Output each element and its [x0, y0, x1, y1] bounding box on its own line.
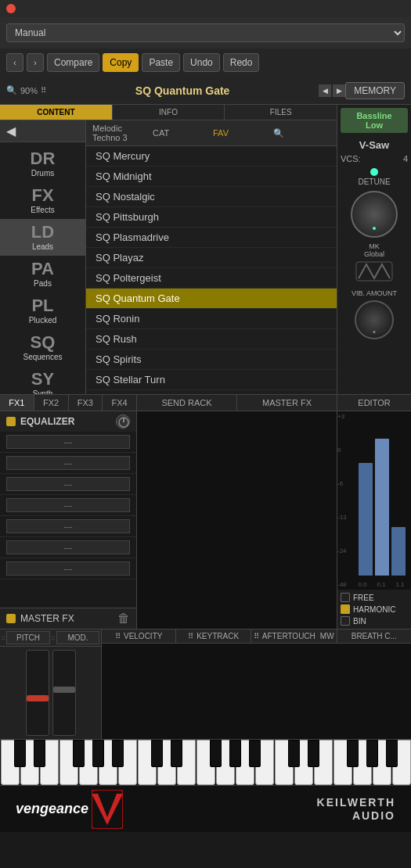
list-item[interactable]: SQ Pittsburgh	[86, 207, 337, 228]
piano-black-key[interactable]	[92, 740, 104, 767]
list-item[interactable]: SQ Poltergeist	[86, 268, 337, 289]
paste-button[interactable]: Paste	[142, 53, 180, 72]
undo-button[interactable]: Undo	[183, 53, 220, 72]
subcategory-name: Melodic Techno 3	[92, 124, 150, 142]
piano-black-key[interactable]	[308, 740, 319, 767]
master-fx-label: MASTER FX	[20, 613, 113, 624]
vib-amount-knob[interactable]	[355, 300, 394, 339]
fx4-tab[interactable]: FX4	[103, 395, 136, 411]
piano-black-key[interactable]	[249, 740, 261, 767]
free-option[interactable]: FREE	[341, 593, 408, 602]
memory-button[interactable]: MEMORY	[345, 82, 405, 99]
copy-button[interactable]: Copy	[103, 53, 139, 72]
piano-black-key[interactable]	[288, 740, 300, 767]
bar-2[interactable]	[375, 439, 389, 576]
category-sequences[interactable]: SQ Sequences	[0, 329, 85, 366]
piano-black-key[interactable]	[210, 740, 222, 767]
bars-container	[343, 414, 406, 586]
vel-icon: ⠿	[115, 632, 121, 640]
piano-black-key[interactable]	[347, 740, 359, 767]
knob-indicator	[373, 227, 376, 230]
prev-preset-button[interactable]: ◀	[319, 84, 331, 97]
piano-black-key[interactable]	[171, 740, 182, 767]
pitch-slider[interactable]	[26, 650, 49, 736]
bin-option[interactable]: BIN	[341, 616, 408, 626]
main-area: CONTENT INFO FILES ◀ DR Drums FX Effects	[0, 105, 411, 394]
search-icon[interactable]: 🔍	[273, 128, 330, 138]
list-item[interactable]: SQ Stellar Turn	[86, 370, 337, 390]
piano-black-key[interactable]	[14, 740, 26, 767]
tab-content[interactable]: CONTENT	[0, 105, 113, 120]
piano-black-key[interactable]	[73, 740, 85, 767]
piano-black-key[interactable]	[386, 740, 398, 767]
list-item[interactable]: SQ Mercury	[86, 146, 337, 167]
band-3-button[interactable]: ---	[6, 477, 130, 491]
bar-3[interactable]	[391, 527, 406, 576]
preset-selector[interactable]: Manual	[6, 23, 405, 42]
list-item-selected[interactable]: SQ Quantum Gate	[86, 289, 337, 309]
mw-label: MW	[320, 632, 334, 640]
fx-active-indicator	[6, 417, 16, 426]
piano-black-key[interactable]	[34, 740, 45, 767]
toolbar: Manual	[0, 17, 411, 48]
fx3-tab[interactable]: FX3	[69, 395, 103, 411]
list-item[interactable]: SQ Rush	[86, 329, 337, 350]
band-5-button[interactable]: ---	[6, 519, 130, 533]
category-drums[interactable]: DR Drums	[0, 145, 85, 182]
tab-bar: CONTENT INFO FILES	[0, 105, 337, 120]
band-2-button[interactable]: ---	[6, 456, 130, 470]
piano-black-key[interactable]	[112, 740, 124, 767]
category-synth[interactable]: SY Synth	[0, 366, 85, 394]
close-button[interactable]	[6, 4, 16, 13]
category-pads[interactable]: PA Pads	[0, 256, 85, 292]
category-leads[interactable]: LD Leads	[0, 219, 85, 256]
fx1-tab[interactable]: FX1	[0, 395, 34, 411]
editor-label: EDITOR	[337, 395, 411, 411]
bin-checkbox[interactable]	[341, 616, 350, 626]
list-item[interactable]: SQ Playaz	[86, 248, 337, 268]
list-item[interactable]: SQ Plasmadrive	[86, 228, 337, 248]
bar-1[interactable]	[359, 463, 373, 576]
cat-filter[interactable]: CAT	[153, 128, 210, 138]
mod-slider[interactable]	[52, 650, 76, 736]
category-plucked[interactable]: PL Plucked	[0, 292, 85, 329]
fav-filter[interactable]: FAV	[213, 128, 270, 138]
piano-black-key[interactable]	[366, 740, 378, 767]
category-effects[interactable]: FX Effects	[0, 182, 85, 219]
piano-black-key[interactable]	[151, 740, 163, 767]
band-1-button[interactable]: ---	[6, 435, 130, 449]
list-item[interactable]: SQ Nostalgic	[86, 187, 337, 207]
fx-band-3: ---	[0, 474, 136, 495]
delete-fx-button[interactable]: 🗑	[117, 612, 130, 626]
band-6-button[interactable]: ---	[6, 540, 130, 554]
send-rack-tab[interactable]: SEND RACK	[137, 395, 237, 411]
piano-black-key[interactable]	[229, 740, 241, 767]
list-item[interactable]: SQ Ronin	[86, 309, 337, 329]
next-preset-button[interactable]: ▶	[333, 84, 345, 97]
tab-files[interactable]: FILES	[225, 105, 337, 120]
fx2-tab[interactable]: FX2	[34, 395, 69, 411]
master-fx-tab[interactable]: MASTER FX	[237, 395, 337, 411]
band-7-button[interactable]: ---	[6, 561, 130, 576]
piano-section: :: PITCH :: MOD. ⠿	[0, 629, 411, 785]
back-button[interactable]: ‹	[6, 53, 23, 72]
list-item[interactable]: SQ Midnight	[86, 167, 337, 187]
tab-info[interactable]: INFO	[113, 105, 225, 120]
detune-knob[interactable]	[351, 191, 398, 238]
back-category-button[interactable]: ◀	[0, 120, 85, 142]
free-checkbox[interactable]	[341, 593, 350, 602]
editor-chart: +3 0 -6 -13 -24 -48 0.0 0.1 1.1	[337, 411, 411, 590]
redo-button[interactable]: Redo	[223, 53, 260, 72]
compare-button[interactable]: Compare	[47, 53, 99, 72]
fx-power-button[interactable]	[116, 414, 130, 429]
detune-label: DETUNE	[341, 178, 408, 186]
band-4-button[interactable]: ---	[6, 498, 130, 512]
at-icon: ⠿	[254, 632, 259, 640]
keytrack-col: ⠿ KEYTRACK	[176, 629, 251, 643]
forward-button[interactable]: ›	[27, 53, 44, 72]
harmonic-option[interactable]: HARMONIC	[341, 604, 408, 614]
list-item[interactable]: SQ Spirits	[86, 350, 337, 370]
harmonic-checkbox[interactable]	[341, 604, 350, 614]
brand-line-1: KEILWERTH	[317, 796, 395, 809]
editor-options: FREE HARMONIC BIN	[337, 590, 411, 629]
